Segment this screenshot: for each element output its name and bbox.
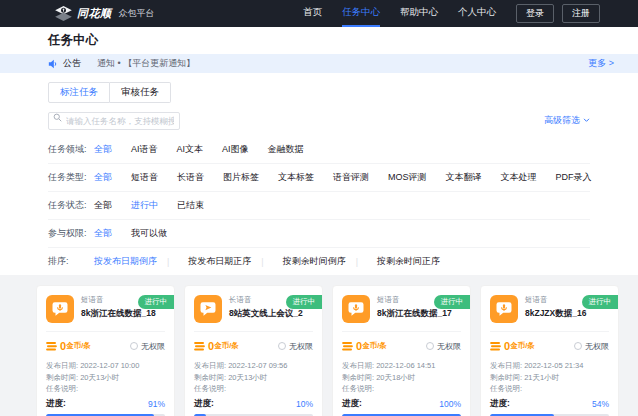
filter-option-1-5[interactable]: 语音评测	[333, 171, 369, 184]
status-badge: 进行中	[434, 295, 471, 309]
filter-option-1-9[interactable]: PDF录入	[556, 171, 592, 184]
filter-option-2-1[interactable]: 进行中	[131, 199, 158, 212]
publish-date-line: 发布日期: 2022-12-06 14:51	[342, 360, 461, 372]
filter-option-2-0[interactable]: 全部	[94, 199, 112, 212]
filter-option-0-0[interactable]: 全部	[94, 143, 112, 156]
progress-row: 进度: 10%	[194, 398, 313, 410]
brand-suffix: 众包平台	[119, 7, 155, 20]
filter-option-3-0[interactable]: 全部	[94, 227, 112, 240]
price-row: 0 金币/条 无权限	[342, 340, 461, 352]
page-header: 任务中心	[0, 27, 638, 54]
task-card-0[interactable]: 进行中 短语音 8k浙江在线数据_18	[36, 285, 175, 416]
filter-label-4: 排序:	[48, 255, 94, 268]
task-title: 8k浙江在线数据_18	[81, 308, 156, 320]
filter-option-0-3[interactable]: AI图像	[222, 143, 249, 156]
filter-option-1-0[interactable]: 全部	[94, 171, 112, 184]
filter-option-3-1[interactable]: 我可以做	[131, 227, 167, 240]
task-description-line: 任务说明:	[194, 383, 313, 395]
filter-option-1-2[interactable]: 长语音	[177, 171, 204, 184]
speaker-icon	[48, 59, 58, 69]
filter-option-4-0[interactable]: 按发布日期倒序	[94, 255, 157, 268]
progress-label: 进度:	[490, 398, 510, 410]
filter-option-4-1[interactable]: 按发布日期正序	[188, 255, 251, 268]
permission-circle-icon	[130, 342, 138, 350]
filter-option-4-3[interactable]: 按剩余时间正序	[377, 255, 440, 268]
card-info: 发布日期: 2022-12-06 14:51 剩余时间: 20天18小时 任务说…	[342, 360, 461, 395]
publish-date-line: 发布日期: 2022-12-07 10:00	[46, 360, 165, 372]
nav-item-3[interactable]: 个人中心	[458, 0, 496, 27]
layers-logo-icon	[55, 6, 72, 21]
card-divider	[194, 331, 313, 332]
option-divider: |	[167, 257, 169, 267]
permission-status: 无权限	[426, 341, 461, 352]
filter-option-1-4[interactable]: 文本标签	[278, 171, 314, 184]
tab-annotation-tasks[interactable]: 标注任务	[48, 82, 110, 103]
filter-option-0-4[interactable]: 金融数据	[268, 143, 304, 156]
task-card-3[interactable]: 进行中 短语音 8kZJZX数据_16	[480, 285, 619, 416]
status-badge: 进行中	[582, 295, 619, 309]
announcement-text[interactable]: 通知 • 【平台更新通知】	[97, 57, 195, 70]
progress-percent: 54%	[592, 399, 609, 409]
filter-row-1: 任务类型:全部短语音长语音图片标签文本标签语音评测MOS评测文本翻译文本处理PD…	[48, 164, 590, 192]
filter-option-1-1[interactable]: 短语音	[131, 171, 158, 184]
filter-label-2: 任务状态:	[48, 199, 94, 212]
progress-percent: 100%	[439, 399, 461, 409]
remaining-time-line: 剩余时间: 20天18小时	[342, 372, 461, 384]
filter-option-1-6[interactable]: MOS评测	[388, 171, 427, 184]
card-divider	[490, 331, 609, 332]
filter-option-1-8[interactable]: 文本处理	[501, 171, 537, 184]
card-divider	[46, 331, 165, 332]
task-type-icon	[46, 295, 74, 323]
progress-label: 进度:	[46, 398, 66, 410]
login-button[interactable]: 登录	[516, 4, 554, 23]
permission-circle-icon	[278, 342, 286, 350]
task-title: 8站英文线上会议_2	[229, 308, 303, 320]
nav-buttons: 登录 注册	[516, 4, 600, 23]
status-badge: 进行中	[286, 295, 323, 309]
task-card-2[interactable]: 进行中 短语音 8k浙江在线数据_17	[332, 285, 471, 416]
chevron-down-icon	[583, 118, 590, 123]
filter-option-1-7[interactable]: 文本翻译	[446, 171, 482, 184]
announcement-label: 公告	[63, 57, 81, 70]
publish-date-line: 发布日期: 2022-12-05 21:34	[490, 360, 609, 372]
nav-items: 首页任务中心帮助中心个人中心	[303, 0, 496, 27]
register-button[interactable]: 注册	[562, 4, 600, 23]
publish-date-line: 发布日期: 2022-12-07 09:56	[194, 360, 313, 372]
card-info: 发布日期: 2022-12-07 09:56 剩余时间: 20天13小时 任务说…	[194, 360, 313, 395]
nav-item-0[interactable]: 首页	[303, 0, 322, 27]
top-navbar: 同花顺 众包平台 首页任务中心帮助中心个人中心 登录 注册	[0, 0, 638, 27]
voice-bubble-mic-icon	[347, 300, 365, 318]
status-badge: 进行中	[138, 295, 175, 309]
remaining-time-line: 剩余时间: 20天13小时	[194, 372, 313, 384]
permission-status: 无权限	[278, 341, 313, 352]
task-center-page: 同花顺 众包平台 首页任务中心帮助中心个人中心 登录 注册 任务中心 公告 通知…	[0, 0, 638, 416]
tab-review-tasks[interactable]: 审核任务	[110, 82, 171, 103]
permission-label: 无权限	[585, 341, 609, 352]
nav-item-1[interactable]: 任务中心	[342, 0, 380, 27]
price-unit: 金币/条	[66, 341, 91, 351]
advanced-filter-link[interactable]: 高级筛选	[544, 114, 590, 127]
filter-option-4-2[interactable]: 按剩余时间倒序	[283, 255, 346, 268]
coins-icon	[194, 342, 205, 351]
filter-row-0: 任务领域:全部AI语音AI文本AI图像金融数据	[48, 136, 590, 164]
price-unit: 金币/条	[214, 341, 239, 351]
task-description-line: 任务说明:	[490, 383, 609, 395]
search-input[interactable]	[48, 112, 180, 130]
brand-logo[interactable]: 同花顺 众包平台	[55, 6, 155, 21]
permission-label: 无权限	[437, 341, 461, 352]
nav-item-2[interactable]: 帮助中心	[400, 0, 438, 27]
filter-option-2-2[interactable]: 已结束	[177, 199, 204, 212]
remaining-time-line: 剩余时间: 21天1小时	[490, 372, 609, 384]
task-title: 8k浙江在线数据_17	[377, 308, 452, 320]
filter-label-0: 任务领域:	[48, 143, 94, 156]
option-divider: |	[356, 257, 358, 267]
announcement-more-link[interactable]: 更多 >	[588, 57, 614, 70]
task-card-1[interactable]: 进行中 长语音 8站英文线上会议_2	[184, 285, 323, 416]
filter-option-0-1[interactable]: AI语音	[131, 143, 158, 156]
filter-rows: 任务领域:全部AI语音AI文本AI图像金融数据任务类型:全部短语音长语音图片标签…	[48, 136, 590, 275]
advanced-filter-label: 高级筛选	[544, 114, 580, 127]
task-description-line: 任务说明:	[342, 383, 461, 395]
filter-option-0-2[interactable]: AI文本	[177, 143, 204, 156]
filter-option-1-3[interactable]: 图片标签	[223, 171, 259, 184]
card-heading-text: 短语音 8kZJZX数据_16	[525, 295, 586, 323]
